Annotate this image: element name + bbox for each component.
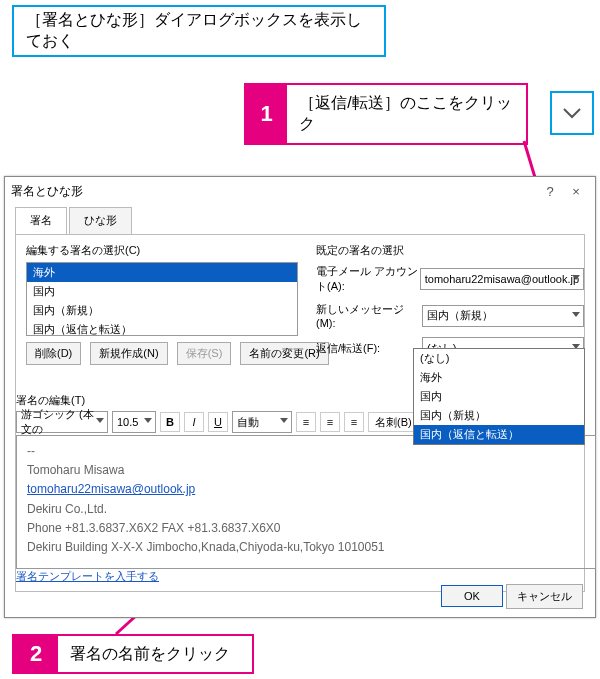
defaults-heading: 既定の署名の選択 xyxy=(316,243,584,258)
reply-forward-label: 返信/転送(F): xyxy=(316,341,422,356)
ok-button[interactable]: OK xyxy=(441,585,503,607)
account-value: tomoharu22misawa@outlook.jp xyxy=(425,273,579,285)
signature-list[interactable]: 海外 国内 国内（新規） 国内（返信と転送） xyxy=(26,262,298,336)
editor-line: Dekiru Building X-X-X Jimbocho,Knada,Chi… xyxy=(27,538,585,557)
align-center-icon[interactable]: ≡ xyxy=(320,412,340,432)
signature-editor[interactable]: -- Tomoharu Misawa tomoharu22misawa@outl… xyxy=(16,435,596,569)
panel: 編集する署名の選択(C) 海外 国内 国内（新規） 国内（返信と転送） 削除(D… xyxy=(15,234,585,592)
dropdown-chevron-closeup xyxy=(550,91,594,135)
italic-icon[interactable]: I xyxy=(184,412,204,432)
bold-icon[interactable]: B xyxy=(160,412,180,432)
account-label: 電子メール アカウント(A): xyxy=(316,264,420,294)
account-select[interactable]: tomoharu22misawa@outlook.jp xyxy=(420,268,584,290)
font-color-combo[interactable]: 自動 xyxy=(232,411,292,433)
list-item[interactable]: 国内（新規） xyxy=(27,301,297,320)
font-size-value: 10.5 xyxy=(117,416,138,428)
list-item[interactable]: 国内（返信と転送） xyxy=(27,320,297,336)
instruction-intro: ［署名とひな形］ダイアログボックスを表示しておく xyxy=(12,5,386,57)
list-item[interactable]: 海外 xyxy=(27,263,297,282)
dropdown-option[interactable]: 国内（新規） xyxy=(414,406,584,425)
get-templates-link[interactable]: 署名テンプレートを入手する xyxy=(16,569,159,584)
font-combo[interactable]: 游ゴシック (本文の xyxy=(16,411,108,433)
close-button[interactable]: × xyxy=(563,180,589,202)
editor-line: Dekiru Co.,Ltd. xyxy=(27,500,585,519)
new-message-select[interactable]: 国内（新規） xyxy=(422,305,584,327)
instruction-intro-text: ［署名とひな形］ダイアログボックスを表示しておく xyxy=(14,7,384,55)
font-size-combo[interactable]: 10.5 xyxy=(112,411,156,433)
dialog-title: 署名とひな形 xyxy=(11,183,537,200)
new-message-value: 国内（新規） xyxy=(427,308,493,323)
instruction-step-1: 1 ［返信/転送］のここをクリック xyxy=(244,83,528,145)
font-value: 游ゴシック (本文の xyxy=(21,407,103,437)
dialog-button-row: OK キャンセル xyxy=(441,584,583,609)
dropdown-option[interactable]: 国内（返信と転送） xyxy=(414,425,584,444)
delete-button[interactable]: 削除(D) xyxy=(26,342,81,365)
underline-icon[interactable]: U xyxy=(208,412,228,432)
new-button[interactable]: 新規作成(N) xyxy=(90,342,167,365)
new-message-label: 新しいメッセージ(M): xyxy=(316,302,422,329)
help-button[interactable]: ? xyxy=(537,180,563,202)
editor-line: Tomoharu Misawa xyxy=(27,461,585,480)
edit-signature-label: 署名の編集(T) xyxy=(16,393,85,408)
save-button[interactable]: 保存(S) xyxy=(177,342,232,365)
font-color-value: 自動 xyxy=(237,415,259,430)
dropdown-option[interactable]: 国内 xyxy=(414,387,584,406)
align-left-icon[interactable]: ≡ xyxy=(296,412,316,432)
instruction-step-2: 2 署名の名前をクリック xyxy=(12,634,254,674)
step-number: 1 xyxy=(246,85,287,143)
card-label: 名刺(B) xyxy=(375,415,412,430)
tab-strip: 署名 ひな形 xyxy=(5,207,595,234)
cancel-button[interactable]: キャンセル xyxy=(506,584,583,609)
list-item[interactable]: 国内 xyxy=(27,282,297,301)
editor-email-link[interactable]: tomoharu22misawa@outlook.jp xyxy=(27,482,195,496)
instruction-step-1-text: ［返信/転送］のここをクリック xyxy=(287,85,526,143)
align-right-icon[interactable]: ≡ xyxy=(344,412,364,432)
tab-signature[interactable]: 署名 xyxy=(15,207,67,234)
dropdown-option[interactable]: 海外 xyxy=(414,368,584,387)
dropdown-option[interactable]: (なし) xyxy=(414,349,584,368)
business-card-button[interactable]: 名刺(B) xyxy=(368,412,419,432)
reply-forward-dropdown[interactable]: (なし) 海外 国内 国内（新規） 国内（返信と転送） xyxy=(413,348,585,445)
tab-stationery[interactable]: ひな形 xyxy=(69,207,132,234)
titlebar: 署名とひな形 ? × xyxy=(5,177,595,205)
editor-toolbar: 游ゴシック (本文の 10.5 B I U 自動 ≡ ≡ ≡ 名刺(B) ▦ ⊕ xyxy=(16,411,467,433)
signatures-dialog: 署名とひな形 ? × 署名 ひな形 編集する署名の選択(C) 海外 国内 国内（… xyxy=(4,176,596,618)
step-number: 2 xyxy=(14,636,58,672)
editor-line: Phone +81.3.6837.X6X2 FAX +81.3.6837.X6X… xyxy=(27,519,585,538)
chevron-down-icon xyxy=(562,106,582,120)
instruction-step-2-text: 署名の名前をクリック xyxy=(58,636,242,672)
